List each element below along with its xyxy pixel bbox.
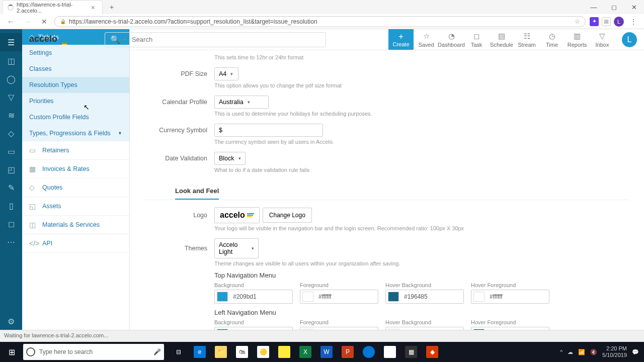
edge-icon[interactable]: e — [189, 342, 210, 362]
task-view-button[interactable]: ⊟ — [168, 342, 189, 362]
mic-icon[interactable]: 🎤 — [153, 348, 161, 355]
extension-icon[interactable]: ▦ — [602, 17, 611, 26]
left-fg-input[interactable]: #ffffff — [300, 327, 378, 330]
rail-folder-icon[interactable]: ▭ — [2, 143, 20, 160]
tray-onedrive-icon[interactable]: ☁ — [568, 349, 573, 355]
app-logo[interactable]: accelo — [29, 34, 69, 45]
left-hfg-input[interactable]: #1a6485 — [471, 327, 549, 330]
rail-tag-icon[interactable]: ◇ — [2, 125, 20, 142]
rail-box-icon[interactable]: ◰ — [2, 161, 20, 178]
taskbar-clock[interactable]: 2:20 PM 5/10/2019 — [602, 345, 627, 358]
sidebar-item-quotes[interactable]: ◇Quotes — [22, 178, 129, 197]
close-tab-button[interactable]: × — [89, 4, 97, 12]
chrome-icon[interactable]: 🟡 — [253, 342, 274, 362]
sidebar-item-materials[interactable]: ◫Materials & Services — [22, 216, 129, 234]
calculator-icon[interactable]: ▦ — [400, 342, 422, 362]
inbox-button[interactable]: ▽Inbox — [590, 29, 615, 50]
clock-icon: ◷ — [549, 32, 555, 41]
rail-settings-icon[interactable]: ⚙ — [2, 313, 20, 330]
close-window-button[interactable]: ✕ — [624, 0, 644, 14]
search-input[interactable] — [132, 36, 320, 43]
slack-icon[interactable]: ✦ — [379, 342, 400, 362]
background-label: Background — [214, 319, 293, 325]
extension-icon[interactable]: ✦ — [590, 17, 599, 26]
groove-icon[interactable] — [358, 342, 379, 362]
sidebar-item-types-progressions[interactable]: Types, Progressions & Fields ▼ — [22, 125, 129, 141]
rail-filter-icon[interactable]: ▽ — [2, 88, 20, 106]
sidebar-item-resolution-types[interactable]: Resolution Types — [22, 77, 129, 93]
search-box[interactable]: 🔍 ▼ — [105, 32, 326, 47]
sidebar-item-api[interactable]: </>API — [22, 234, 129, 253]
tray-up-icon[interactable]: ^ — [560, 349, 562, 355]
sidebar-item-retainers[interactable]: ▭Retainers — [22, 141, 129, 160]
sidebar-item-settings[interactable]: Settings — [22, 45, 129, 61]
rail-dashboard-icon[interactable]: ◫ — [2, 52, 20, 69]
sidebar-item-invoices[interactable]: ▦Invoices & Rates — [22, 160, 129, 178]
rail-bag-icon[interactable]: ◻ — [2, 215, 20, 232]
menu-button[interactable]: ⋮ — [627, 16, 640, 28]
saved-button[interactable]: ☆Saved — [414, 29, 439, 50]
date-validation-label: Date Validation — [145, 155, 214, 162]
rail-edit-icon[interactable]: ✎ — [2, 179, 20, 196]
user-avatar[interactable]: L — [622, 32, 637, 47]
profile-avatar[interactable]: L — [614, 17, 624, 27]
top-bg-input[interactable]: #209bd1 — [214, 290, 293, 304]
themes-select[interactable]: Accelo Light — [214, 238, 259, 258]
stream-button[interactable]: ☷Stream — [514, 29, 539, 50]
sidebar-item-classes[interactable]: Classes — [22, 61, 129, 77]
sidebar-item-priorities[interactable]: Priorities — [22, 93, 129, 109]
sidebar-item-assets[interactable]: ◱Assets — [22, 197, 129, 216]
rail-stream-icon[interactable]: ≋ — [2, 107, 20, 124]
notifications-icon[interactable]: 💬 — [632, 349, 639, 355]
forward-button[interactable]: → — [21, 16, 34, 28]
top-hbg-input[interactable]: #196485 — [385, 290, 464, 304]
schedule-button[interactable]: ▤Schedule — [489, 29, 514, 50]
excel-icon[interactable]: X — [295, 342, 316, 362]
date-validation-select[interactable]: Block — [214, 152, 246, 165]
app-icon[interactable]: ◆ — [422, 342, 443, 362]
bookmark-star-icon[interactable]: ☆ — [575, 18, 580, 25]
sidebar-item-custom-fields[interactable]: Custom Profile Fields — [22, 109, 129, 125]
start-button[interactable]: ⊞ — [0, 342, 23, 362]
hamburger-menu-button[interactable]: ☰ — [0, 33, 22, 51]
new-tab-button[interactable]: + — [107, 1, 117, 13]
hover-foreground-label: Hover Foreground — [471, 319, 549, 325]
explorer-icon[interactable]: 📁 — [210, 342, 231, 362]
back-button[interactable]: ← — [4, 16, 17, 28]
rail-contacts-icon[interactable]: ◯ — [2, 70, 20, 87]
browser-tab[interactable]: https://lawrence-s-trial-2.accelo... × — [2, 0, 103, 14]
word-icon[interactable]: W — [316, 342, 337, 362]
left-hbg-input[interactable]: #ffffff — [385, 327, 464, 330]
rail-more-icon[interactable]: ⋯ — [2, 233, 20, 250]
tab-title: https://lawrence-s-trial-2.accelo... — [17, 2, 89, 14]
left-bg-input[interactable]: #1a6485 — [214, 327, 293, 330]
top-hfg-input[interactable]: #ffffff — [471, 290, 549, 304]
address-bar[interactable]: 🔒 https://lawrence-s-trial-2.accelo.com/… — [54, 16, 586, 27]
look-and-feel-tab[interactable]: Look and Feel — [175, 183, 219, 200]
gauge-icon: ◔ — [448, 32, 455, 41]
main-content: This sets time to 12hr or 24hr format PD… — [130, 29, 644, 330]
rail-doc-icon[interactable]: ▯ — [2, 197, 20, 214]
minimize-button[interactable]: — — [584, 0, 604, 14]
cortana-icon — [26, 347, 35, 356]
quotes-icon: ◇ — [29, 184, 37, 192]
retainers-icon: ▭ — [29, 146, 37, 154]
pdf-size-select[interactable]: A4 — [214, 67, 238, 80]
top-fg-input[interactable]: #ffffff — [300, 290, 378, 304]
maximize-button[interactable]: ◻ — [604, 0, 624, 14]
stop-reload-button[interactable]: ✕ — [38, 16, 50, 28]
notes-icon[interactable] — [274, 342, 295, 362]
task-button[interactable]: ◻Task — [464, 29, 489, 50]
currency-symbol-input[interactable] — [214, 124, 323, 137]
store-icon[interactable]: 🛍 — [231, 342, 253, 362]
time-button[interactable]: ◷Time — [539, 29, 565, 50]
tray-wifi-icon[interactable]: 📶 — [578, 349, 585, 355]
calendar-profile-select[interactable]: Australia — [214, 96, 269, 109]
create-button[interactable]: +Create — [388, 29, 414, 50]
change-logo-button[interactable]: Change Logo — [263, 208, 312, 223]
tray-volume-icon[interactable]: 🔇 — [590, 349, 597, 355]
reports-button[interactable]: ▥Reports — [565, 29, 590, 50]
dashboard-button[interactable]: ◔Dashboard — [439, 29, 464, 50]
taskbar-search[interactable]: Type here to search 🎤 — [23, 344, 164, 360]
powerpoint-icon[interactable]: P — [337, 342, 358, 362]
